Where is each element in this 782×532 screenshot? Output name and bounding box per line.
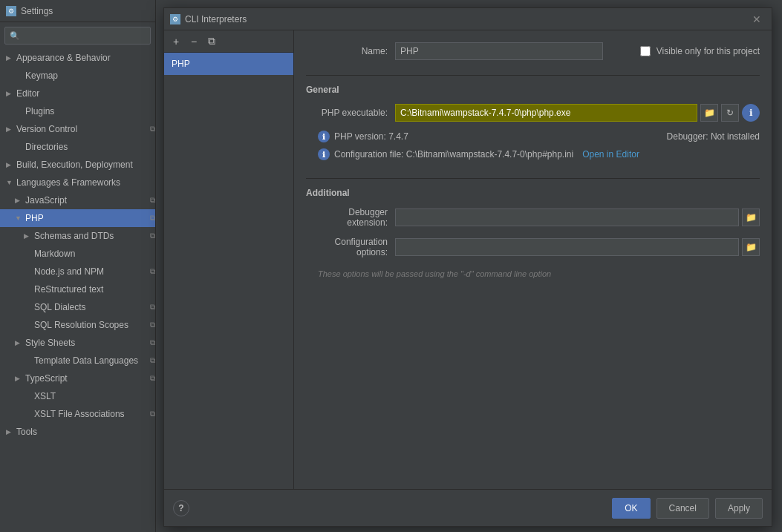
- sidebar-item-keymap[interactable]: Keymap: [0, 67, 155, 85]
- name-input[interactable]: [395, 42, 603, 60]
- sidebar-item-markdown[interactable]: Markdown: [0, 245, 155, 263]
- sidebar-item-sql-dialects[interactable]: SQL Dialects⧉: [0, 298, 155, 316]
- sidebar-item-plugins[interactable]: Plugins: [0, 102, 155, 120]
- sidebar-item-copy-icon: ⧉: [150, 374, 155, 383]
- debugger-extension-input[interactable]: [395, 208, 739, 226]
- sidebar-item-tools[interactable]: ▶Tools: [0, 423, 155, 441]
- search-input[interactable]: [23, 30, 146, 41]
- sidebar-item-label: Template Data Languages: [34, 355, 147, 366]
- arrow-icon: ▶: [24, 232, 33, 240]
- php-executable-row: PHP executable: 📁 ↻ ℹ: [306, 104, 760, 122]
- dialog-body: + − ⧉ PHP Name: Visible only for this pr…: [164, 30, 772, 489]
- sidebar-item-copy-icon: ⧉: [150, 410, 155, 418]
- sidebar-item-label: Appearance & Behavior: [16, 53, 155, 63]
- remove-interpreter-button[interactable]: −: [186, 34, 201, 49]
- interpreter-item-php[interactable]: PHP: [164, 53, 293, 75]
- visible-checkbox-row: Visible only for this project: [640, 46, 760, 56]
- sidebar-item-nodejs[interactable]: Node.js and NPM⧉: [0, 263, 155, 280]
- help-button[interactable]: ?: [173, 500, 189, 516]
- sidebar-item-editor[interactable]: ▶Editor: [0, 85, 155, 102]
- dialog-left-panel: + − ⧉ PHP: [164, 30, 294, 489]
- sidebar-item-label: TypeScript: [25, 373, 147, 384]
- sidebar-item-copy-icon: ⧉: [150, 338, 155, 347]
- php-executable-info-button[interactable]: ℹ: [742, 104, 760, 122]
- visible-checkbox[interactable]: [640, 46, 651, 56]
- php-executable-label: PHP executable:: [306, 108, 395, 118]
- sidebar-item-label: Editor: [16, 88, 155, 99]
- cancel-button[interactable]: Cancel: [656, 498, 709, 519]
- sidebar-item-copy-icon: ⧉: [150, 214, 155, 223]
- arrow-icon: ▶: [6, 161, 15, 168]
- arrow-icon: ▼: [15, 214, 24, 222]
- arrow-icon: ▶: [6, 125, 15, 133]
- config-file-text: Configuration file: C:\Bitnami\wampstack…: [334, 149, 573, 160]
- sidebar-item-label: SQL Dialects: [34, 302, 147, 312]
- sidebar-item-label: XSLT: [34, 391, 155, 401]
- dialog-right-panel: Name: Visible only for this project Gene…: [294, 30, 772, 489]
- search-box[interactable]: 🔍: [4, 27, 151, 45]
- additional-divider: [306, 178, 760, 179]
- dialog-title-icon: ⚙: [170, 14, 180, 24]
- cli-interpreters-dialog: ⚙ CLI Interpreters ✕ + − ⧉ PHP Name:: [163, 7, 772, 527]
- copy-interpreter-button[interactable]: ⧉: [204, 34, 219, 49]
- sidebar-item-directories[interactable]: Directories: [0, 138, 155, 156]
- settings-titlebar: ⚙ Settings: [0, 0, 155, 22]
- sidebar-item-sql-resolution[interactable]: SQL Resolution Scopes⧉: [0, 316, 155, 334]
- sidebar-item-label: Languages & Frameworks: [16, 177, 155, 188]
- sidebar-item-schemas[interactable]: ▶Schemas and DTDs⧉: [0, 227, 155, 245]
- apply-button[interactable]: Apply: [715, 498, 763, 519]
- sidebar-item-label: Schemas and DTDs: [34, 231, 147, 241]
- dialog-footer: ? OK Cancel Apply: [164, 489, 772, 526]
- sidebar-item-languages[interactable]: ▼Languages & Frameworks: [0, 174, 155, 191]
- sidebar-item-typescript[interactable]: ▶TypeScript⧉: [0, 370, 155, 387]
- sidebar-item-label: XSLT File Associations: [34, 409, 147, 419]
- visible-label: Visible only for this project: [656, 46, 760, 56]
- sidebar-item-php[interactable]: ▼PHP⧉: [0, 209, 155, 227]
- sidebar-item-restructured[interactable]: ReStructured text: [0, 280, 155, 298]
- sidebar-item-copy-icon: ⧉: [150, 267, 155, 276]
- php-executable-folder-button[interactable]: 📁: [700, 104, 718, 122]
- open-in-editor-link[interactable]: Open in Editor: [582, 149, 639, 160]
- sidebar-item-version-control[interactable]: ▶Version Control⧉: [0, 120, 155, 138]
- config-options-folder-button[interactable]: 📁: [742, 238, 760, 256]
- sidebar-item-copy-icon: ⧉: [150, 231, 155, 240]
- sidebar-item-xslt-file[interactable]: XSLT File Associations⧉: [0, 405, 155, 423]
- config-options-input[interactable]: [395, 238, 739, 256]
- php-executable-actions: 📁 ↻ ℹ: [700, 104, 760, 122]
- debugger-extension-row: Debugger extension: 📁: [306, 207, 760, 228]
- sidebar-item-label: SQL Resolution Scopes: [34, 320, 147, 330]
- sidebar-item-copy-icon: ⧉: [150, 125, 155, 134]
- config-info-icon: ℹ: [318, 148, 330, 160]
- sidebar-item-label: Tools: [16, 427, 155, 437]
- arrow-icon: ▶: [15, 197, 24, 204]
- sidebar-item-javascript[interactable]: ▶JavaScript⧉: [0, 191, 155, 209]
- settings-icon: ⚙: [6, 6, 16, 16]
- arrow-icon: ▶: [15, 339, 24, 347]
- sidebar-item-style-sheets[interactable]: ▶Style Sheets⧉: [0, 334, 155, 352]
- sidebar-item-label: Version Control: [16, 124, 147, 134]
- close-button[interactable]: ✕: [748, 12, 766, 27]
- php-executable-refresh-button[interactable]: ↻: [721, 104, 739, 122]
- settings-window: ⚙ Settings 🔍 ▶Appearance & BehaviorKeyma…: [0, 0, 156, 532]
- sidebar-tree: ▶Appearance & BehaviorKeymap▶EditorPlugi…: [0, 49, 155, 532]
- sidebar-item-label: PHP: [25, 213, 147, 223]
- interpreter-label: PHP: [172, 59, 190, 69]
- sidebar-item-label: Style Sheets: [25, 338, 147, 348]
- ok-button[interactable]: OK: [612, 498, 650, 519]
- php-executable-input[interactable]: [395, 104, 697, 122]
- dialog-title: CLI Interpreters: [185, 14, 247, 24]
- sidebar-item-copy-icon: ⧉: [150, 356, 155, 365]
- sidebar-item-copy-icon: ⧉: [150, 196, 155, 205]
- footer-left: ?: [173, 500, 189, 516]
- arrow-icon: ▼: [6, 179, 15, 186]
- dialog-titlebar: ⚙ CLI Interpreters ✕: [164, 8, 772, 30]
- php-version-text: PHP version: 7.4.7: [334, 131, 408, 142]
- sidebar-item-xslt[interactable]: XSLT: [0, 387, 155, 405]
- debugger-extension-folder-button[interactable]: 📁: [742, 208, 760, 226]
- add-interpreter-button[interactable]: +: [169, 34, 183, 49]
- sidebar-item-appearance[interactable]: ▶Appearance & Behavior: [0, 49, 155, 67]
- sidebar-item-build[interactable]: ▶Build, Execution, Deployment: [0, 156, 155, 174]
- sidebar-item-template[interactable]: Template Data Languages⧉: [0, 352, 155, 370]
- version-info-icon: ℹ: [318, 131, 330, 142]
- debugger-extension-actions: 📁: [742, 208, 760, 226]
